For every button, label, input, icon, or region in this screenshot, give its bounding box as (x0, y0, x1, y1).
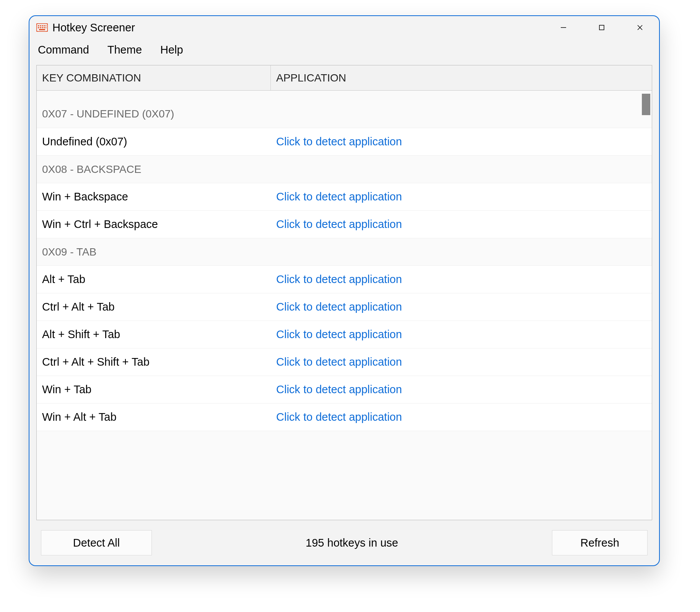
detect-application-link[interactable]: Click to detect application (276, 190, 402, 203)
svg-rect-4 (44, 25, 45, 26)
table-row[interactable]: Alt + Shift + TabClick to detect applica… (37, 321, 652, 348)
bottom-bar: Detect All 195 hotkeys in use Refresh (29, 520, 659, 565)
svg-rect-9 (44, 27, 45, 28)
application-cell: Click to detect application (271, 356, 652, 368)
svg-rect-11 (39, 29, 45, 30)
app-window: Hotkey Screener Command Theme Help (29, 15, 660, 566)
key-combination: Undefined (0x07) (37, 135, 271, 148)
table-row[interactable]: Undefined (0x07)Click to detect applicat… (37, 128, 652, 156)
table-row[interactable]: Win + Alt + TabClick to detect applicati… (37, 404, 652, 431)
column-header-key[interactable]: KEY COMBINATION (37, 65, 271, 90)
detect-application-link[interactable]: Click to detect application (276, 135, 402, 148)
svg-rect-7 (40, 27, 41, 28)
detect-all-button[interactable]: Detect All (41, 530, 152, 555)
table-row[interactable]: Win + Ctrl + BackspaceClick to detect ap… (37, 211, 652, 238)
detect-application-link[interactable]: Click to detect application (276, 383, 402, 396)
table-row[interactable]: Alt + TabClick to detect application (37, 266, 652, 293)
key-combination: Alt + Tab (37, 273, 271, 286)
key-combination: Win + Alt + Tab (37, 411, 271, 423)
detect-application-link[interactable]: Click to detect application (276, 411, 402, 423)
application-cell: Click to detect application (271, 383, 652, 396)
detect-application-link[interactable]: Click to detect application (276, 328, 402, 340)
column-header-application[interactable]: APPLICATION (271, 72, 652, 84)
application-cell: Click to detect application (271, 328, 652, 341)
svg-rect-5 (46, 25, 46, 26)
minimize-button[interactable] (544, 16, 583, 39)
svg-rect-6 (38, 27, 39, 28)
menu-help[interactable]: Help (160, 44, 183, 56)
detect-application-link[interactable]: Click to detect application (276, 356, 402, 368)
grid-header: KEY COMBINATION APPLICATION (37, 65, 652, 91)
table-row[interactable]: Ctrl + Alt + Shift + TabClick to detect … (37, 348, 652, 376)
vertical-scrollbar[interactable] (641, 91, 651, 520)
key-combination: Win + Ctrl + Backspace (37, 218, 271, 231)
status-text: 195 hotkeys in use (160, 537, 544, 549)
application-cell: Click to detect application (271, 273, 652, 286)
table-row[interactable]: Ctrl + Alt + TabClick to detect applicat… (37, 293, 652, 321)
menu-command[interactable]: Command (38, 44, 89, 56)
detect-application-link[interactable]: Click to detect application (276, 301, 402, 313)
key-combination: Ctrl + Alt + Shift + Tab (37, 356, 271, 368)
application-cell: Click to detect application (271, 190, 652, 203)
titlebar: Hotkey Screener (29, 16, 659, 39)
detect-application-link[interactable]: Click to detect application (276, 273, 402, 285)
refresh-button[interactable]: Refresh (552, 530, 648, 555)
window-title: Hotkey Screener (52, 16, 135, 39)
svg-rect-2 (40, 25, 41, 26)
svg-rect-10 (46, 27, 46, 28)
application-cell: Click to detect application (271, 135, 652, 148)
application-cell: Click to detect application (271, 218, 652, 231)
key-combination: Win + Tab (37, 383, 271, 396)
key-combination: Alt + Shift + Tab (37, 328, 271, 341)
table-row[interactable]: Win + BackspaceClick to detect applicati… (37, 183, 652, 211)
svg-rect-3 (42, 25, 43, 26)
application-cell: Click to detect application (271, 411, 652, 423)
scrollbar-thumb[interactable] (642, 94, 650, 115)
hotkey-grid: KEY COMBINATION APPLICATION 0X07 - UNDEF… (36, 65, 652, 520)
grid-body: 0X07 - UNDEFINED (0X07)Undefined (0x07)C… (37, 91, 652, 520)
svg-rect-13 (599, 25, 604, 30)
table-row[interactable]: Win + TabClick to detect application (37, 376, 652, 404)
menubar: Command Theme Help (29, 39, 659, 60)
close-button[interactable] (621, 16, 659, 39)
application-cell: Click to detect application (271, 301, 652, 313)
keyboard-icon (36, 23, 48, 32)
svg-rect-8 (42, 27, 43, 28)
menu-theme[interactable]: Theme (107, 44, 142, 56)
key-combination: Ctrl + Alt + Tab (37, 301, 271, 313)
maximize-button[interactable] (583, 16, 621, 39)
group-header: 0X07 - UNDEFINED (0X07) (37, 91, 652, 128)
svg-rect-1 (38, 25, 39, 26)
key-combination: Win + Backspace (37, 190, 271, 203)
group-header: 0X09 - TAB (37, 238, 652, 266)
window-controls (544, 16, 659, 39)
detect-application-link[interactable]: Click to detect application (276, 218, 402, 230)
group-header: 0X08 - BACKSPACE (37, 156, 652, 183)
